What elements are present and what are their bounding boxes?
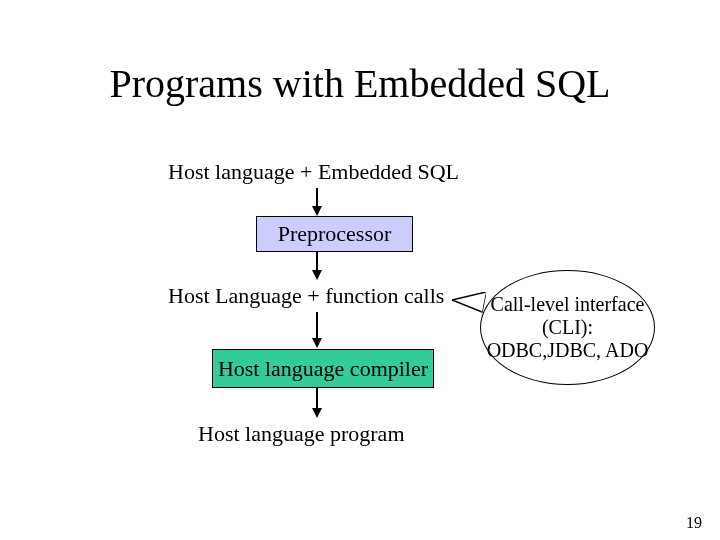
step-program: Host language program: [198, 421, 405, 447]
box-compiler: Host language compiler: [212, 349, 434, 388]
box-compiler-label: Host language compiler: [218, 356, 428, 382]
callout-cli: Call-level interface (CLI): ODBC,JDBC, A…: [480, 270, 655, 385]
slide: Programs with Embedded SQL Host language…: [0, 0, 720, 540]
slide-title: Programs with Embedded SQL: [0, 60, 720, 107]
step-function-calls: Host Language + function calls: [168, 283, 444, 309]
page-number: 19: [686, 514, 702, 532]
callout-cli-text: Call-level interface (CLI): ODBC,JDBC, A…: [485, 293, 650, 362]
step-host-embedded: Host language + Embedded SQL: [168, 159, 459, 185]
box-preprocessor-label: Preprocessor: [278, 221, 392, 247]
box-preprocessor: Preprocessor: [256, 216, 413, 252]
callout-tail-icon: [452, 292, 486, 314]
